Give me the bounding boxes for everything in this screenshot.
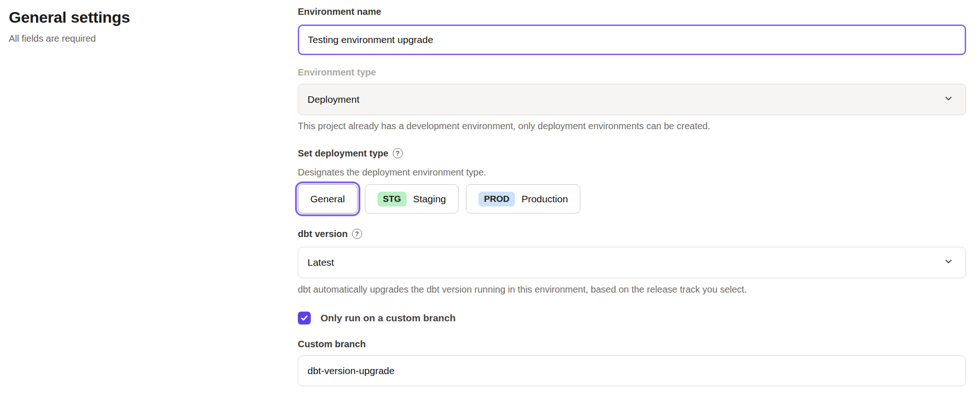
settings-header: General settings All fields are required — [9, 7, 277, 44]
deployment-type-label: Set deployment type ? — [298, 147, 966, 159]
environment-type-select: Deployment — [298, 84, 966, 115]
staging-badge: STG — [377, 192, 407, 206]
custom-branch-checkbox[interactable] — [298, 312, 311, 325]
environment-type-value: Deployment — [308, 94, 359, 105]
help-icon[interactable]: ? — [352, 229, 362, 239]
production-badge: PROD — [478, 192, 515, 206]
environment-type-helper: This project already has a development e… — [298, 119, 966, 132]
environment-settings-form: Environment name Environment type Deploy… — [298, 6, 966, 386]
help-icon[interactable]: ? — [393, 148, 403, 158]
page-title: General settings — [9, 7, 277, 27]
deployment-type-options: General STG Staging PROD Production — [298, 184, 966, 213]
dbt-version-label: dbt version ? — [298, 228, 966, 240]
chevron-down-icon — [943, 256, 954, 269]
environment-type-label: Environment type — [298, 66, 966, 78]
dbt-version-select[interactable]: Latest — [298, 247, 966, 278]
chevron-down-icon — [943, 94, 954, 106]
deployment-type-description: Designates the deployment environment ty… — [298, 166, 966, 179]
dbt-version-helper: dbt automatically upgrades the dbt versi… — [298, 283, 966, 296]
dbt-version-value: Latest — [308, 257, 334, 268]
checkmark-icon — [300, 314, 308, 322]
environment-name-label: Environment name — [298, 6, 966, 18]
custom-branch-checkbox-row: Only run on a custom branch — [298, 312, 966, 325]
page-subtitle: All fields are required — [9, 32, 277, 44]
deployment-type-production-button[interactable]: PROD Production — [466, 184, 580, 213]
deployment-type-staging-button[interactable]: STG Staging — [365, 184, 459, 213]
deployment-type-general-button[interactable]: General — [298, 184, 358, 213]
custom-branch-label: Custom branch — [298, 338, 966, 350]
custom-branch-checkbox-label: Only run on a custom branch — [320, 312, 456, 324]
custom-branch-input[interactable] — [298, 356, 966, 386]
environment-name-input[interactable] — [298, 25, 966, 55]
